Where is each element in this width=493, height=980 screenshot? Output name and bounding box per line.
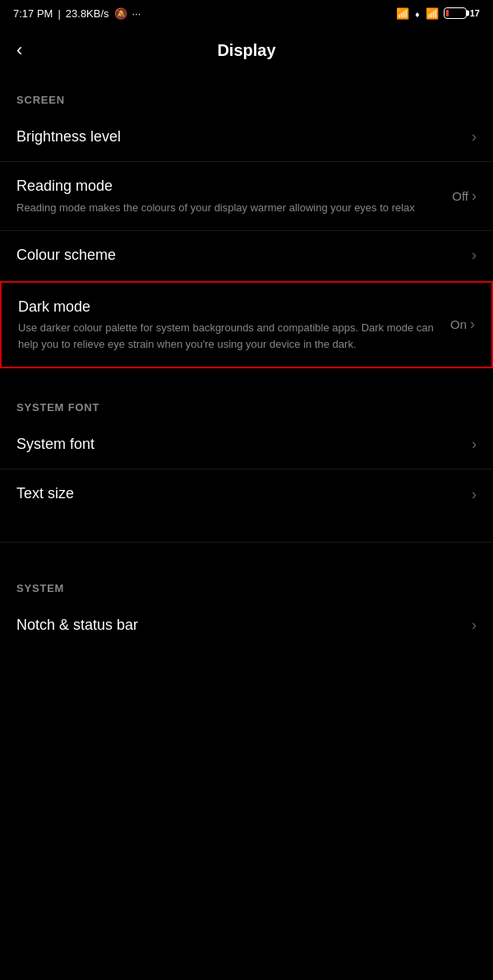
reading-mode-title: Reading mode [16,177,442,196]
status-divider: | [58,7,60,20]
brightness-item[interactable]: Brightness level › [0,113,493,162]
status-time: 7:17 PM [13,7,53,20]
text-size-item[interactable]: Text size › [0,469,493,518]
screen-section-header: SCREEN [0,77,493,113]
system-font-item[interactable]: System font › [0,420,493,469]
battery-cap [467,11,469,16]
text-size-title: Text size [16,484,462,503]
divider-1 [0,542,493,543]
page-title: Display [217,41,275,60]
reading-mode-item[interactable]: Reading mode Reading mode makes the colo… [0,162,493,231]
bluetooth-icon: ⬧ [414,7,421,20]
dark-mode-chevron: › [470,316,475,333]
battery-icon [444,7,467,19]
gap-1 [0,368,493,385]
status-left: 7:17 PM | 23.8KB/s 🔕 ··· [13,7,141,20]
system-font-chevron: › [472,436,477,453]
colour-scheme-chevron: › [472,247,477,264]
system-font-title: System font [16,435,462,454]
battery-fill [446,10,449,16]
reading-mode-status: Off [452,189,468,203]
dark-mode-title: Dark mode [18,298,440,317]
battery-container: 17 [444,7,480,19]
dark-mode-desc: Use darker colour palette for system bac… [18,320,440,352]
page-header: ‹ Display [0,26,493,77]
dark-mode-item[interactable]: Dark mode Use darker colour palette for … [0,281,493,368]
brightness-title: Brightness level [16,127,462,146]
battery-level: 17 [470,8,480,18]
system-font-section: SYSTEM FONT System font › Text size › [0,385,493,519]
brightness-chevron: › [472,128,477,146]
status-network: 23.8KB/s [66,7,109,20]
colour-scheme-title: Colour scheme [16,246,462,265]
notch-status-bar-title: Notch & status bar [16,616,462,635]
system-section: SYSTEM Notch & status bar › [0,566,493,649]
signal-icon: 📶 [426,7,439,20]
text-size-chevron: › [472,486,477,503]
system-font-section-header: SYSTEM FONT [0,385,493,420]
colour-scheme-item[interactable]: Colour scheme › [0,231,493,280]
dark-mode-status: On [450,317,467,331]
reading-mode-chevron: › [472,187,477,205]
reading-mode-desc: Reading mode makes the colours of your d… [16,200,442,216]
back-button[interactable]: ‹ [16,36,29,64]
status-bar: 7:17 PM | 23.8KB/s 🔕 ··· 📶 ⬧ 📶 17 [0,0,493,26]
notch-status-bar-item[interactable]: Notch & status bar › [0,601,493,649]
status-right: 📶 ⬧ 📶 17 [396,7,480,20]
gap-2 [0,519,493,535]
wifi-icon: 📶 [396,7,409,20]
system-section-header: SYSTEM [0,566,493,601]
notch-status-bar-chevron: › [472,617,477,634]
screen-section: SCREEN Brightness level › Reading mode R… [0,77,493,368]
silent-icon: 🔕 [114,7,127,20]
status-dots: ··· [132,7,141,20]
gap-3 [0,549,493,566]
